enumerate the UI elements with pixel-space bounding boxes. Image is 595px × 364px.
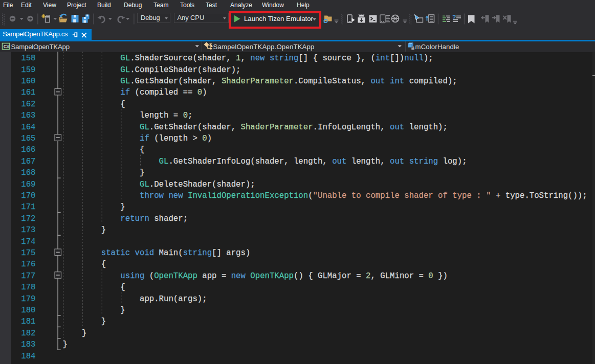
svg-text:C#: C# [4,44,10,49]
